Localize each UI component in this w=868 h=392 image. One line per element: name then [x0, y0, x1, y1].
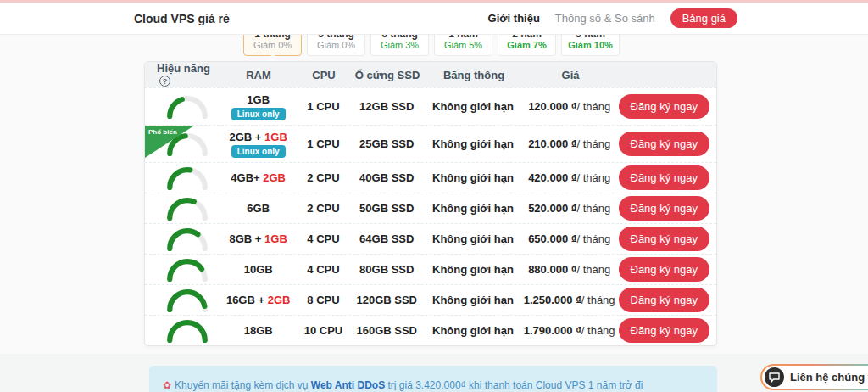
- cell-ram: 1GB Linux only: [218, 93, 299, 120]
- cell-performance: [145, 288, 218, 312]
- price-amount: 520.000 ₫: [528, 202, 576, 215]
- help-icon[interactable]: ?: [159, 76, 170, 87]
- cell-performance: [145, 319, 218, 343]
- column-header-performance: Hiệu năng?: [145, 62, 218, 87]
- table-row: 18GB 10 CPU 160GB SSD Không giới hạn 1.7…: [145, 315, 716, 345]
- cell-price: 520.000 ₫/ tháng: [520, 202, 619, 215]
- price-amount: 1.790.000 ₫: [524, 324, 581, 337]
- ram-value: 4GB+: [231, 171, 263, 184]
- price-period: / tháng: [576, 232, 610, 245]
- table-row: 1GB Linux only 1 CPU 12GB SSD Không giới…: [145, 87, 716, 125]
- chat-gradient-border: Liên hệ chúng tôi: [760, 364, 868, 390]
- cell-ssd: 12GB SSD: [348, 100, 426, 113]
- cell-cpu: 8 CPU: [299, 294, 348, 306]
- cloud-vps-pricing-page: Cloud VPS giá rẻ Giới thiệu Thông số & S…: [0, 0, 868, 392]
- cell-performance: [145, 227, 218, 251]
- header-nav: Giới thiệu Thông số & So sánh Bảng giá: [488, 8, 737, 28]
- cell-ssd: 120GB SSD: [348, 294, 426, 306]
- cell-cpu: 4 CPU: [299, 263, 348, 276]
- nav-link-about[interactable]: Giới thiệu: [488, 12, 540, 25]
- cell-ram: 16GB + 2GB: [218, 294, 299, 306]
- performance-gauge-icon: [166, 95, 209, 119]
- cell-price: 880.000 ₫/ tháng: [520, 263, 619, 276]
- period-tab-discount: Giảm 10%: [568, 40, 613, 51]
- table-row: 4GB+ 2GB 2 CPU 40GB SSD Không giới hạn 4…: [145, 162, 716, 193]
- cell-ram: 2GB + 1GB Linux only: [218, 131, 299, 158]
- pricing-table-header: Hiệu năng? RAM CPU Ổ cứng SSD Băng thông…: [145, 62, 716, 87]
- cell-cpu: 2 CPU: [299, 171, 348, 184]
- promo-link-web-anti-ddos[interactable]: Web Anti DDoS: [311, 379, 385, 391]
- cell-ssd: 50GB SSD: [348, 202, 426, 215]
- cell-performance: [145, 258, 218, 282]
- sticky-header: Cloud VPS giá rẻ Giới thiệu Thông số & S…: [0, 3, 868, 35]
- cell-bandwidth: Không giới hạn: [426, 137, 520, 150]
- chat-bubble-icon: [765, 367, 784, 387]
- cell-bandwidth: Không giới hạn: [426, 171, 520, 184]
- cell-bandwidth: Không giới hạn: [426, 232, 520, 245]
- column-header-ram: RAM: [218, 69, 299, 81]
- price-amount: 420.000 ₫: [528, 171, 576, 184]
- price-period: / tháng: [576, 137, 610, 150]
- cell-cpu: 1 CPU: [299, 137, 348, 150]
- register-button[interactable]: Đăng ký ngay: [619, 257, 710, 282]
- column-header-cpu: CPU: [299, 69, 348, 81]
- table-row: 16GB + 2GB 8 CPU 120GB SSD Không giới hạ…: [145, 284, 716, 315]
- ram-bonus-value: 2GB: [268, 294, 291, 306]
- cell-ssd: 160GB SSD: [348, 324, 426, 337]
- table-row: 10GB 4 CPU 80GB SSD Không giới hạn 880.0…: [145, 254, 716, 284]
- cell-price: 1.790.000 ₫/ tháng: [520, 324, 619, 337]
- ram-bonus-value: 1GB: [264, 232, 287, 245]
- register-button[interactable]: Đăng ký ngay: [619, 196, 710, 221]
- performance-gauge-icon: [166, 288, 209, 312]
- cell-cpu: 10 CPU: [299, 324, 348, 337]
- period-tab-discount: Giảm 3%: [381, 40, 419, 51]
- contact-chat-widget[interactable]: Liên hệ chúng tôi: [760, 364, 868, 390]
- nav-link-specs[interactable]: Thông số & So sánh: [555, 12, 655, 25]
- ram-value: 8GB +: [230, 232, 265, 245]
- cell-bandwidth: Không giới hạn: [426, 100, 520, 113]
- performance-gauge-icon: [166, 319, 209, 343]
- cell-cpu: 4 CPU: [299, 232, 348, 245]
- page-title: Cloud VPS giá rẻ: [134, 12, 230, 25]
- register-button[interactable]: Đăng ký ngay: [619, 288, 710, 312]
- pricing-table: Hiệu năng? RAM CPU Ổ cứng SSD Băng thông…: [144, 61, 717, 346]
- period-tab-discount: Giảm 0%: [317, 40, 355, 51]
- cell-price: 210.000 ₫/ tháng: [520, 137, 619, 150]
- cell-cpu: 1 CPU: [299, 100, 348, 113]
- performance-gauge-icon: [166, 258, 209, 282]
- cell-bandwidth: Không giới hạn: [426, 324, 520, 337]
- cell-performance: [145, 95, 218, 119]
- promo-banner: ✿Khuyến mãi tặng kèm dịch vụ Web Anti DD…: [149, 366, 717, 392]
- cell-price: 1.250.000 ₫/ tháng: [520, 294, 619, 306]
- cell-price: 120.000 ₫/ tháng: [520, 100, 619, 113]
- period-tab-discount: Giảm 0%: [253, 40, 292, 51]
- price-period: / tháng: [576, 263, 610, 276]
- cell-ssd: 25GB SSD: [348, 137, 426, 150]
- column-header-bandwidth: Băng thông: [426, 69, 521, 81]
- top-accent-line: [0, 0, 868, 3]
- register-button[interactable]: Đăng ký ngay: [619, 165, 710, 190]
- promo-text-prefix: Khuyến mãi tặng kèm dịch vụ: [175, 379, 311, 391]
- price-amount: 1.250.000 ₫: [524, 294, 581, 306]
- cell-price: 420.000 ₫/ tháng: [520, 171, 619, 184]
- cell-bandwidth: Không giới hạn: [426, 202, 520, 215]
- nav-pricing-button[interactable]: Bảng giá: [670, 8, 737, 28]
- price-amount: 650.000 ₫: [528, 232, 576, 245]
- register-button[interactable]: Đăng ký ngay: [619, 227, 710, 251]
- performance-gauge-icon: [166, 227, 209, 251]
- register-button[interactable]: Đăng ký ngay: [619, 94, 710, 119]
- performance-gauge-icon: [166, 197, 209, 221]
- price-period: / tháng: [576, 171, 610, 184]
- cell-performance: [145, 197, 218, 221]
- ram-value: 6GB: [247, 202, 270, 215]
- period-tab-discount: Giảm 5%: [444, 40, 482, 51]
- cell-ram: 4GB+ 2GB: [218, 171, 299, 184]
- price-amount: 120.000 ₫: [528, 100, 576, 113]
- register-button[interactable]: Đăng ký ngay: [619, 132, 710, 156]
- price-period: / tháng: [581, 294, 615, 306]
- linux-only-badge: Linux only: [231, 145, 286, 158]
- register-button[interactable]: Đăng ký ngay: [619, 318, 710, 343]
- price-amount: 210.000 ₫: [528, 137, 576, 150]
- cell-cpu: 2 CPU: [299, 202, 348, 215]
- cell-ssd: 80GB SSD: [348, 263, 426, 276]
